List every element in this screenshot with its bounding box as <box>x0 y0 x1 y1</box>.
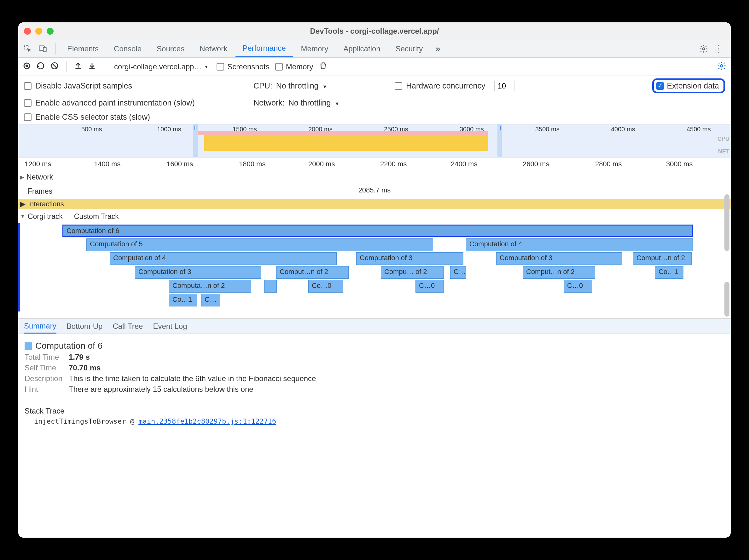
flame-bar-computation-2[interactable]: Comput…n of 2 <box>633 252 692 265</box>
tab-call-tree[interactable]: Call Tree <box>112 319 143 334</box>
flame-bar-computation-3[interactable]: Computation of 3 <box>135 266 261 279</box>
tab-summary[interactable]: Summary <box>24 319 57 334</box>
overview-activity <box>204 135 488 151</box>
flame-bar-computation-1[interactable]: Co…1 <box>655 266 683 279</box>
capture-settings-row1: Disable JavaScript samples CPU: No throt… <box>18 76 731 96</box>
chevron-down-icon[interactable]: ▼ <box>20 214 25 219</box>
save-profile-button[interactable] <box>88 62 96 72</box>
flame-bar-computation-2[interactable]: Comput…n of 2 <box>276 266 349 279</box>
recording-target-select[interactable]: corgi-collage.vercel.app…▼ <box>112 62 211 72</box>
tab-performance[interactable]: Performance <box>235 40 293 57</box>
flame-bar-computation-ext[interactable]: C… <box>450 266 466 279</box>
frames-track[interactable]: Frames 2085.7 ms <box>18 184 731 199</box>
flame-bar-computation-4[interactable]: Computation of 4 <box>466 239 693 251</box>
scrollbar[interactable] <box>724 282 729 316</box>
extension-data-checkbox[interactable]: Extension data <box>652 79 725 93</box>
tab-security[interactable]: Security <box>389 40 430 57</box>
collect-garbage-button[interactable] <box>319 62 327 72</box>
overview-tick: 3500 ms <box>535 126 559 133</box>
flame-bar-computation-1[interactable]: Co…1 <box>169 294 197 307</box>
flame-bar-computation-0[interactable]: Co…0 <box>308 280 343 293</box>
flame-bar-computation-2[interactable]: Comput…n of 2 <box>523 266 595 279</box>
inspect-icon[interactable] <box>22 43 34 54</box>
capture-settings-row2: Enable advanced paint instrumentation (s… <box>18 96 731 110</box>
flame-bar-computation-2[interactable]: Computa…n of 2 <box>169 280 251 293</box>
interactions-track[interactable]: ▶Interactions <box>18 199 731 209</box>
tab-elements[interactable]: Elements <box>60 40 106 57</box>
flame-bar-computation-ext[interactable]: C… <box>201 294 220 307</box>
svg-rect-2 <box>43 47 46 52</box>
titlebar: DevTools - corgi-collage.vercel.app/ <box>18 22 731 40</box>
timeline-overview[interactable]: 500 ms 1000 ms 1500 ms 2000 ms 2500 ms 3… <box>18 124 731 157</box>
tab-console[interactable]: Console <box>107 40 148 57</box>
overview-tick: 4000 ms <box>611 126 635 133</box>
enable-css-stats-checkbox[interactable]: Enable CSS selector stats (slow) <box>24 112 150 121</box>
network-track[interactable]: ▶Network <box>18 170 731 184</box>
network-throttle-select[interactable]: No throttling▼ <box>288 98 340 107</box>
tab-sources[interactable]: Sources <box>150 40 191 57</box>
total-time: 1.79 s <box>69 353 90 361</box>
overview-long-task-strip <box>198 131 488 135</box>
selection-edge <box>18 223 20 312</box>
enable-paint-checkbox[interactable]: Enable advanced paint instrumentation (s… <box>24 98 244 107</box>
reload-record-button[interactable] <box>37 62 45 72</box>
description-text: This is the time taken to calculate the … <box>69 374 316 383</box>
self-time: 70.70 ms <box>69 363 101 372</box>
chevron-right-icon: ▶ <box>20 200 25 208</box>
flame-bar-computation-6[interactable]: Computation of 6 <box>62 225 693 237</box>
memory-checkbox[interactable]: Memory <box>275 62 313 71</box>
flame-bar-computation-4[interactable]: Computation of 4 <box>110 252 337 265</box>
custom-track: ▼Corgi track — Custom Track Computation … <box>18 209 731 319</box>
detail-tabs: Summary Bottom-Up Call Tree Event Log <box>18 319 731 334</box>
flame-bar-computation-ext[interactable] <box>264 280 277 293</box>
cpu-label: CPU <box>718 136 729 142</box>
window-title: DevTools - corgi-collage.vercel.app/ <box>18 27 731 36</box>
tab-memory[interactable]: Memory <box>294 40 336 57</box>
overview-handle-right[interactable] <box>497 125 502 157</box>
hardware-concurrency-input[interactable] <box>494 81 514 91</box>
capture-settings-row3: Enable CSS selector stats (slow) <box>18 110 731 124</box>
clear-button[interactable] <box>50 62 59 72</box>
tabs-overflow[interactable]: » <box>431 44 445 54</box>
net-label: NET <box>718 148 729 155</box>
svg-point-5 <box>25 65 28 67</box>
screenshots-checkbox[interactable]: Screenshots <box>217 62 269 71</box>
record-button[interactable] <box>23 62 31 72</box>
kebab-menu-icon[interactable]: ⋮ <box>713 43 724 54</box>
tab-application[interactable]: Application <box>336 40 387 57</box>
chevron-down-icon: ▼ <box>335 101 340 107</box>
load-profile-button[interactable] <box>74 62 82 72</box>
tab-bottom-up[interactable]: Bottom-Up <box>66 319 103 334</box>
tracks-area: ▶Network Frames 2085.7 ms ▶Interactions … <box>18 170 731 319</box>
overview-handle-left[interactable] <box>193 125 198 157</box>
overview-tick: 4500 ms <box>687 126 711 133</box>
flame-bar-computation-0[interactable]: C…0 <box>564 280 592 293</box>
chevron-down-icon: ▼ <box>322 84 327 89</box>
capture-settings-icon[interactable] <box>717 61 726 72</box>
device-toggle-icon[interactable] <box>37 43 48 54</box>
summary-panel: Computation of 6 Total Time1.79 s Self T… <box>18 334 731 432</box>
disable-js-samples-checkbox[interactable]: Disable JavaScript samples <box>24 81 244 90</box>
flame-bar-computation-5[interactable]: Computation of 5 <box>86 239 433 251</box>
chevron-right-icon: ▶ <box>20 174 24 180</box>
timeline-ruler[interactable]: 1200 ms 1400 ms 1600 ms 1800 ms 2000 ms … <box>18 157 731 170</box>
scrollbar[interactable] <box>724 194 729 251</box>
flame-bar-computation-3[interactable]: Computation of 3 <box>356 252 464 265</box>
hardware-concurrency-checkbox[interactable]: Hardware concurrency <box>395 81 486 90</box>
settings-icon[interactable] <box>698 43 709 54</box>
overview-tick: 500 ms <box>81 126 102 133</box>
flame-chart[interactable]: Computation of 6 Computation of 5 Comput… <box>43 225 731 312</box>
cpu-throttle-label: CPU: <box>254 81 272 90</box>
stack-trace-link[interactable]: main.2358fe1b2c80297b.js:1:122716 <box>138 417 276 425</box>
stack-trace-header: Stack Trace <box>25 407 724 416</box>
flame-bar-computation-0[interactable]: C…0 <box>415 280 444 293</box>
cpu-throttle-select[interactable]: No throttling▼ <box>276 81 327 90</box>
flame-bar-computation-3[interactable]: Computation of 3 <box>496 252 622 265</box>
svg-point-7 <box>720 65 723 67</box>
flame-bar-computation-2[interactable]: Compu… of 2 <box>381 266 444 279</box>
tab-network[interactable]: Network <box>193 40 234 57</box>
tab-event-log[interactable]: Event Log <box>153 319 187 334</box>
svg-point-3 <box>703 48 705 50</box>
chevron-down-icon: ▼ <box>204 64 208 69</box>
summary-title: Computation of 6 <box>35 341 103 351</box>
